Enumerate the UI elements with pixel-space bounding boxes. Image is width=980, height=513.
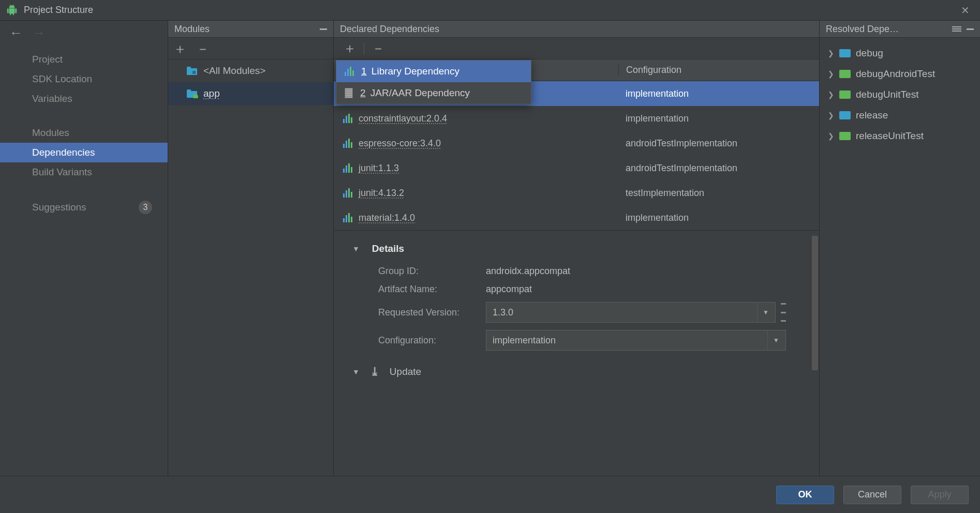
nav-project[interactable]: Project bbox=[0, 50, 168, 69]
minimize-icon[interactable] bbox=[320, 28, 327, 30]
version-label: Requested Version: bbox=[378, 307, 486, 318]
apply-button[interactable]: Apply bbox=[911, 486, 969, 504]
artifact-value: appcompat bbox=[486, 284, 532, 295]
nav-label: Suggestions bbox=[32, 202, 86, 213]
minimize-icon[interactable] bbox=[967, 28, 974, 30]
tree-item-debug-unit-test[interactable]: ❯ debugUnitTest bbox=[823, 84, 977, 105]
declared-dependencies-panel: Declared Dependencies ＋ － 1 Library Depe… bbox=[334, 21, 820, 476]
nav-build-variants[interactable]: Build Variants bbox=[0, 162, 168, 182]
library-icon bbox=[343, 188, 352, 198]
android-icon bbox=[6, 5, 18, 16]
modules-toolbar: ＋ － bbox=[168, 38, 333, 59]
collapse-icon: ▼ bbox=[352, 245, 360, 253]
dep-name: junit:1.1.3 bbox=[359, 163, 399, 174]
dep-conf: implementation bbox=[618, 88, 819, 99]
nav-label: Modules bbox=[32, 127, 69, 139]
add-dependency-button[interactable]: ＋ bbox=[339, 39, 361, 57]
all-modules-icon bbox=[187, 66, 198, 76]
apply-label: Apply bbox=[928, 489, 951, 500]
group-id-label: Group ID: bbox=[378, 266, 486, 277]
group-id-value: androidx.appcompat bbox=[486, 266, 570, 277]
left-sidebar: ← → Project SDK Location Variables Modul… bbox=[0, 21, 168, 476]
nav-label: Project bbox=[32, 54, 63, 65]
library-icon bbox=[343, 114, 352, 123]
declared-title: Declared Dependencies bbox=[340, 24, 439, 35]
tree-item-release[interactable]: ❯ release bbox=[823, 105, 977, 126]
folder-icon bbox=[839, 90, 851, 99]
module-all[interactable]: <All Modules> bbox=[168, 59, 333, 82]
drag-handle-icon[interactable] bbox=[781, 303, 786, 322]
details-header[interactable]: ▼ Details bbox=[352, 243, 800, 254]
dep-row[interactable]: material:1.4.0 implementation bbox=[334, 205, 819, 230]
configuration-combo[interactable]: implementation ▼ bbox=[486, 330, 786, 351]
module-app[interactable]: app bbox=[168, 82, 333, 105]
popup-library-dependency[interactable]: 1 Library Dependency bbox=[336, 61, 531, 82]
tree-label: debugAndroidTest bbox=[856, 68, 935, 80]
cancel-button[interactable]: Cancel bbox=[843, 486, 901, 504]
version-combo[interactable]: 1.3.0 ▼ bbox=[486, 302, 776, 323]
ok-label: OK bbox=[798, 489, 812, 500]
chevron-right-icon: ❯ bbox=[828, 132, 834, 140]
declared-header: Declared Dependencies bbox=[334, 21, 819, 38]
chevron-down-icon: ▼ bbox=[767, 330, 779, 350]
titlebar: Project Structure ✕ bbox=[0, 0, 980, 21]
nav-label: Variables bbox=[32, 93, 72, 104]
resolved-title: Resolved Depe… bbox=[826, 24, 899, 35]
update-title: Update bbox=[390, 366, 421, 378]
modules-title: Modules bbox=[174, 24, 210, 35]
tree-item-debug[interactable]: ❯ debug bbox=[823, 43, 977, 64]
tree-item-release-unit-test[interactable]: ❯ releaseUnitTest bbox=[823, 126, 977, 146]
configuration-label: Configuration: bbox=[378, 335, 486, 346]
svg-rect-2 bbox=[192, 71, 196, 74]
resolved-tree: ❯ debug ❯ debugAndroidTest ❯ debugUnitTe… bbox=[820, 38, 980, 152]
back-arrow-icon[interactable]: ← bbox=[9, 25, 23, 41]
nav-sdk-location[interactable]: SDK Location bbox=[0, 69, 168, 89]
update-header[interactable]: ▼ ⤓ Update bbox=[352, 365, 800, 379]
nav-dependencies[interactable]: Dependencies bbox=[0, 143, 168, 162]
folder-icon bbox=[839, 49, 851, 57]
dep-name: junit:4.13.2 bbox=[359, 188, 404, 199]
details-title: Details bbox=[372, 243, 404, 254]
resolved-dependencies-panel: Resolved Depe… ❯ debug ❯ debugAndroidTes… bbox=[820, 21, 980, 476]
scrollbar[interactable] bbox=[812, 236, 818, 370]
tree-item-debug-android-test[interactable]: ❯ debugAndroidTest bbox=[823, 64, 977, 84]
nav-variables[interactable]: Variables bbox=[0, 89, 168, 109]
dep-row[interactable]: junit:1.1.3 androidTestImplementation bbox=[334, 156, 819, 180]
nav-modules[interactable]: Modules bbox=[0, 123, 168, 143]
dep-conf: implementation bbox=[618, 213, 819, 223]
forward-arrow-icon[interactable]: → bbox=[32, 25, 46, 41]
popup-jar-aar-dependency[interactable]: 2 JAR/AAR Dependency bbox=[336, 82, 531, 104]
remove-dependency-button[interactable]: － bbox=[367, 39, 389, 57]
popup-label: Library Dependency bbox=[372, 66, 459, 77]
window-title: Project Structure bbox=[24, 5, 957, 16]
dep-conf: androidTestImplementation bbox=[618, 163, 819, 174]
declared-toolbar: ＋ － bbox=[334, 38, 819, 59]
library-icon bbox=[343, 213, 352, 222]
svg-rect-1 bbox=[187, 67, 191, 69]
tree-label: releaseUnitTest bbox=[856, 130, 924, 142]
close-icon[interactable]: ✕ bbox=[957, 2, 974, 19]
resolved-header: Resolved Depe… bbox=[820, 21, 980, 38]
toolbar-separator bbox=[364, 42, 364, 55]
col-configuration: Configuration bbox=[618, 65, 819, 76]
svg-rect-4 bbox=[187, 89, 191, 92]
dep-row[interactable]: junit:4.13.2 testImplementation bbox=[334, 180, 819, 205]
chevron-right-icon: ❯ bbox=[828, 49, 834, 57]
folder-icon bbox=[839, 70, 851, 78]
dep-row[interactable]: constraintlayout:2.0.4 implementation bbox=[334, 106, 819, 131]
add-dependency-popup: 1 Library Dependency 2 JAR/AAR Dependenc… bbox=[336, 60, 531, 104]
popup-label: JAR/AAR Dependency bbox=[370, 87, 470, 98]
nav-label: Build Variants bbox=[32, 167, 92, 178]
dialog-footer: OK Cancel Apply bbox=[0, 476, 980, 513]
tree-label: debug bbox=[856, 48, 883, 59]
chevron-right-icon: ❯ bbox=[828, 90, 834, 99]
settings-icon[interactable] bbox=[952, 25, 961, 33]
ok-button[interactable]: OK bbox=[776, 486, 834, 504]
dep-row[interactable]: espresso-core:3.4.0 androidTestImplement… bbox=[334, 131, 819, 156]
remove-module-button[interactable]: － bbox=[196, 42, 210, 55]
dep-name: espresso-core:3.4.0 bbox=[359, 138, 441, 149]
nav-suggestions[interactable]: Suggestions 3 bbox=[0, 197, 168, 218]
dep-conf: implementation bbox=[618, 113, 819, 124]
cancel-label: Cancel bbox=[858, 489, 887, 500]
add-module-button[interactable]: ＋ bbox=[173, 42, 187, 55]
